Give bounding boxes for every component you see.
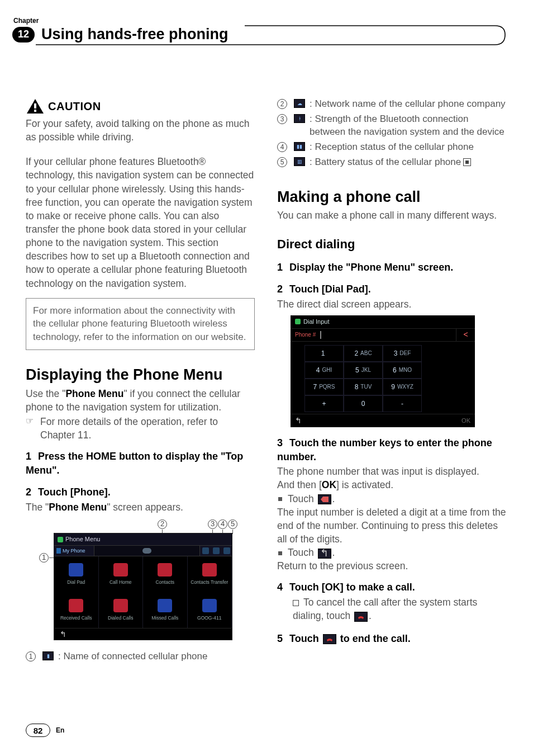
dd-step-1: 1Display the "Phone Menu" screen. bbox=[277, 261, 506, 275]
key-plus[interactable]: + bbox=[304, 395, 344, 412]
dd-step-3: 3Touch the number keys to enter the phon… bbox=[277, 436, 506, 464]
page-number: 82 bbox=[26, 724, 50, 737]
right-column: 2 ☁ : Network name of the cellular phone… bbox=[277, 98, 506, 665]
figure-phone-menu: 1 2 3 4 5 Phone Menu My Phone bbox=[39, 519, 240, 645]
dd-touch-backspace: Touch . bbox=[277, 492, 506, 505]
key-1[interactable]: 1 bbox=[304, 345, 344, 362]
key-6[interactable]: 6MNO bbox=[383, 362, 422, 379]
battery-legend-icon: ▥ bbox=[294, 157, 305, 166]
signal-legend-icon: ▮▮ bbox=[294, 142, 305, 151]
info-box: For more information about the connectiv… bbox=[26, 298, 255, 350]
menu-dialed-calls[interactable]: Dialed Calls bbox=[99, 592, 144, 628]
step-1: 1Press the HOME button to display the "T… bbox=[26, 450, 255, 478]
chapter-label: Chapter bbox=[13, 17, 507, 25]
back-icon: ↰ bbox=[60, 629, 66, 640]
figure-dial-input: Dial Input Phone # < 1 2ABC 3DEF 4GHI 5J… bbox=[291, 315, 475, 427]
dd-back-exp: Return to the previous screen. bbox=[277, 559, 506, 573]
backspace-button[interactable]: < bbox=[456, 329, 475, 341]
caution-body: For your safety, avoid talking on the ph… bbox=[26, 117, 255, 144]
dd-step-3-line1: The phone number that was input is displ… bbox=[277, 465, 506, 478]
key-dash[interactable]: - bbox=[383, 395, 422, 412]
legend-5: 5 ▥ : Battery status of the cellular pho… bbox=[277, 156, 506, 169]
dial-keypad: 1 2ABC 3DEF 4GHI 5JKL 6MNO 7PQRS 8TUV 9W… bbox=[291, 345, 475, 412]
callout-2: 2 bbox=[158, 519, 167, 529]
legend-4: 4 ▮▮ : Reception status of the cellular … bbox=[277, 141, 506, 154]
dd-step-2: 2Touch [Dial Pad]. bbox=[277, 282, 506, 296]
warning-triangle-icon bbox=[26, 98, 45, 115]
reference-pointer: ☞ For more details of the operation, ref… bbox=[26, 415, 255, 442]
menu-contacts[interactable]: Contacts bbox=[143, 556, 188, 592]
dd-touch-back: Touch ↰. bbox=[277, 546, 506, 559]
backspace-inline-icon bbox=[318, 494, 331, 504]
key-0[interactable]: 0 bbox=[344, 395, 383, 412]
dial-back-button[interactable]: ↰ bbox=[295, 415, 302, 426]
key-3[interactable]: 3DEF bbox=[383, 345, 422, 362]
phone-icon bbox=[58, 537, 63, 542]
device-mini-icon bbox=[56, 548, 61, 554]
key-5[interactable]: 5JKL bbox=[344, 362, 383, 379]
dd-step-4-sub: To cancel the call after the system star… bbox=[277, 596, 506, 622]
step-2: 2Touch [Phone]. bbox=[26, 485, 255, 499]
menu-goog-411[interactable]: GOOG-411 bbox=[188, 592, 232, 628]
content-columns: CAUTION For your safety, avoid talking o… bbox=[26, 98, 507, 665]
menu-missed-calls[interactable]: Missed Calls bbox=[143, 592, 188, 628]
key-2[interactable]: 2ABC bbox=[344, 345, 383, 362]
dial-input-row: Phone # < bbox=[291, 328, 475, 342]
key-4[interactable]: 4GHI bbox=[304, 362, 344, 379]
signal-icon bbox=[213, 547, 220, 554]
circled-4-icon: 4 bbox=[277, 142, 287, 152]
battery-icon bbox=[223, 547, 230, 554]
section-end-icon bbox=[463, 158, 471, 166]
callout-5: 5 bbox=[228, 519, 237, 529]
menu-dial-pad[interactable]: Dial Pad bbox=[54, 556, 99, 592]
svg-rect-1 bbox=[34, 110, 36, 112]
heading-suffix: Phone Menu bbox=[133, 366, 223, 383]
dd-backspace-exp: The input number is deleted a digit at a… bbox=[277, 505, 506, 546]
callout-1: 1 bbox=[39, 553, 49, 563]
key-7[interactable]: 7PQRS bbox=[304, 379, 344, 395]
chapter-header: Chapter 12 Using hands-free phoning bbox=[19, 17, 507, 43]
menu-received-calls[interactable]: Received Calls bbox=[54, 592, 99, 628]
network-cloud-icon bbox=[142, 548, 151, 554]
legend-3: 3 ᚼ : Strength of the Bluetooth connecti… bbox=[277, 113, 506, 139]
bt-strength-icon bbox=[202, 547, 209, 554]
phone-menu-title-bar: Phone Menu bbox=[54, 533, 232, 545]
phone-menu-back[interactable]: ↰ bbox=[54, 628, 232, 640]
dd-step-2-result: The direct dial screen appears. bbox=[277, 297, 506, 311]
svg-rect-0 bbox=[34, 103, 36, 108]
callout-3: 3 bbox=[208, 519, 217, 529]
hangup-inline-icon bbox=[354, 612, 368, 622]
pointer-text: For more details of the operation, refer… bbox=[40, 415, 255, 442]
dd-step-5: 5Touch to end the call. bbox=[277, 632, 506, 646]
step-2-result: The "Phone Menu" screen appears. bbox=[26, 500, 255, 514]
phone-menu-screen: Phone Menu My Phone Dial Pad Call Home C… bbox=[54, 533, 232, 640]
circled-3-icon: 3 bbox=[277, 114, 287, 124]
note-bullet-icon bbox=[293, 600, 299, 606]
making-call-intro: You can make a phone call in many differ… bbox=[277, 209, 506, 222]
page-language: En bbox=[56, 726, 64, 734]
dd-step-4: 4Touch [OK] to make a call. bbox=[277, 580, 506, 594]
legend-2: 2 ☁ : Network name of the cellular phone… bbox=[277, 98, 506, 111]
page-footer: 82 En bbox=[26, 724, 64, 737]
caution-heading: CAUTION bbox=[26, 98, 255, 115]
bt-legend-icon: ᚼ bbox=[294, 114, 305, 123]
hangup-inline-icon-2 bbox=[323, 634, 336, 644]
intro-paragraph: If your cellular phone features Bluetoot… bbox=[26, 155, 255, 290]
subsection-direct-dialing: Direct dialing bbox=[277, 236, 506, 253]
phone-menu-status-bar: My Phone bbox=[54, 545, 232, 556]
dial-ok-button[interactable]: OK bbox=[461, 417, 470, 425]
phone-menu-use-text: Use the "Phone Menu" if you connect the … bbox=[26, 387, 255, 414]
phone-icon bbox=[295, 319, 301, 324]
key-9[interactable]: 9WXYZ bbox=[383, 379, 422, 395]
menu-call-home[interactable]: Call Home bbox=[99, 556, 144, 592]
circled-1-icon: 1 bbox=[26, 651, 36, 662]
menu-contacts-transfer[interactable]: Contacts Transfer bbox=[188, 556, 232, 592]
dial-title: Dial Input bbox=[303, 318, 329, 326]
phone-menu-title: Phone Menu bbox=[65, 535, 100, 544]
circled-2-icon: 2 bbox=[277, 99, 287, 109]
back-inline-icon: ↰ bbox=[318, 549, 331, 559]
key-8[interactable]: 8TUV bbox=[344, 379, 383, 395]
callout-4: 4 bbox=[218, 519, 227, 529]
circled-5-icon: 5 bbox=[277, 157, 287, 167]
text-cursor bbox=[320, 331, 321, 339]
